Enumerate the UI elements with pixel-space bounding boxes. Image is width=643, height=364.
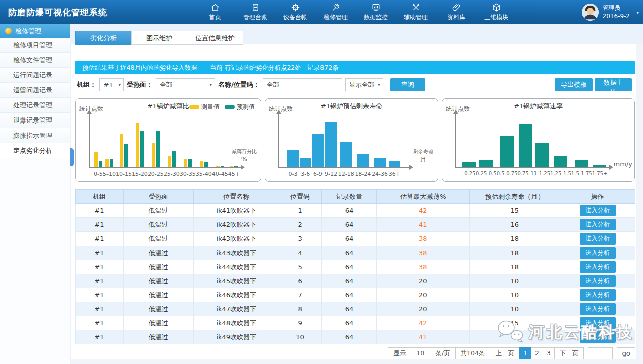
tab-bar: 劣化分析图示维护位置信息维护 [75,31,243,45]
x-axis-unit-top: 减薄百分比 [232,148,257,155]
cell-surface: 低温过 [123,330,193,344]
bars [136,119,144,167]
enter-analysis-button[interactable]: 进入分析 [580,289,616,301]
enter-analysis-button[interactable]: 进入分析 [580,205,616,216]
nav-item-辅助管理[interactable]: 辅助管理 [396,0,436,24]
bar-group: 35-40 [196,119,212,177]
sidebar-item-处理记录管理[interactable]: 处理记录管理 [0,98,70,113]
top-bar: 防磨防爆可视化管理系统 首页管理台账设备台帐检修管理数据监控辅助管理资料库三维模… [0,0,643,24]
chart-plot: 0-55-1010-1515-2020-2525-3030-3535-4040-… [94,119,232,177]
bars [120,119,128,167]
table-header-cell: 记录数量 [322,190,377,204]
cell-action: 进入分析 [560,316,635,330]
enter-analysis-button[interactable]: 进入分析 [580,219,616,230]
x-axis-unit: 减薄百分比% [232,148,257,163]
ledger-icon [251,3,260,12]
nav-item-首页[interactable]: 首页 [195,0,235,24]
page-number-2[interactable]: 2 [531,347,543,359]
enter-analysis-button[interactable]: 进入分析 [580,303,616,315]
cell-action: 进入分析 [560,232,635,246]
bars [479,119,493,167]
legend-label: 测量值 [201,103,220,111]
enter-analysis-button[interactable]: 进入分析 [580,331,616,343]
user-block[interactable]: 管理员 2016-9-2 [582,4,630,21]
chart-legend: 测量值预测值 [189,103,255,111]
pagination: 显示10条/页共104条上一页123下一页go [388,347,635,359]
display-select[interactable]: 显示全部 ▾ [345,78,383,91]
nav-item-检修管理[interactable]: 检修管理 [315,0,356,24]
x-tick-label: 20-25 [148,171,164,177]
x-tick-label: 12-18 [338,171,354,177]
table-header-cell: 估算最大减薄% [377,190,470,204]
table-row: #1低温过ik48吹吹器下9644215进入分析 [76,316,635,330]
bar [124,144,128,167]
bar [340,142,352,167]
sidebar-item-泄爆记录管理[interactable]: 泄爆记录管理 [0,113,70,128]
nav-item-设备台帐[interactable]: 设备台帐 [275,0,315,24]
page-number-3[interactable]: 3 [543,347,555,359]
next-page-button[interactable]: 下一页 [554,347,584,359]
cell-unit: #1 [76,218,124,232]
x-tick-label: 0.25-0.5 [476,171,497,176]
cell-surface: 低温过 [123,302,193,316]
tab-劣化分析[interactable]: 劣化分析 [75,31,132,45]
export-template-button[interactable]: 导出模板 [555,78,593,91]
sidebar-item-定点劣化分析[interactable]: 定点劣化分析 [0,143,70,158]
bars [554,119,567,167]
nav-item-资料库[interactable]: 资料库 [436,0,476,24]
name-code-input[interactable] [263,78,342,91]
cell-thinning: 38 [377,246,470,260]
caret-down-icon: ▾ [378,82,380,87]
cell-life: 18 [470,232,560,246]
x-tick-label: 3-6 [301,171,310,177]
surface-select[interactable]: 全部 ▾ [156,78,215,91]
bar [230,166,233,167]
sidebar-item-检修项目管理[interactable]: 检修项目管理 [0,38,70,53]
bar-group: 0.5-0.75 [497,119,518,176]
bar [156,131,160,167]
cell-unit: #1 [76,330,124,344]
cell-thinning: 20 [377,274,470,288]
nav-item-管理台账[interactable]: 管理台账 [235,0,275,24]
bars [105,119,113,167]
page-number-1[interactable]: 1 [519,347,531,359]
tab-图示维护[interactable]: 图示维护 [131,31,187,45]
nav-item-数据监控[interactable]: 数据监控 [356,0,396,24]
bars [325,119,337,167]
enter-analysis-button[interactable]: 进入分析 [580,275,616,287]
bar [105,159,109,167]
data-upload-button[interactable]: 数据上传 [595,78,632,91]
x-tick-label: 1.5-1.75 [571,171,592,176]
bars [200,119,208,167]
nav-item-三维模块[interactable]: 三维模块 [476,0,516,24]
caret-down-icon[interactable]: ▾ [636,10,639,15]
enter-analysis-button[interactable]: 进入分析 [580,233,616,245]
top-nav: 首页管理台账设备台帐检修管理数据监控辅助管理资料库三维模块 [195,0,516,24]
page-size-value[interactable]: 10 [411,347,430,359]
sidebar-item-膨胀指示管理[interactable]: 膨胀指示管理 [0,128,70,143]
bars [94,119,102,167]
bar-group: 0-5 [94,119,103,177]
x-tick-label: 1.25-1.5 [550,171,571,176]
search-button[interactable]: 查询 [390,78,425,91]
chart-panel-2: #1锅炉减薄速率统计点数-0.250.25-0.50.5-0.750.75-11… [442,98,635,182]
prev-page-button[interactable]: 上一页 [490,347,520,359]
sidebar-active-indicator[interactable] [70,148,74,166]
avatar [582,4,599,21]
sidebar-item-运行问题记录[interactable]: 运行问题记录 [0,68,70,83]
cell-surface: 低温过 [123,218,193,232]
enter-analysis-button[interactable]: 进入分析 [580,317,616,329]
bars [312,119,324,167]
sidebar-item-遗留问题记录[interactable]: 遗留问题记录 [0,83,70,98]
x-tick-label: 0-3 [289,171,298,177]
legend-swatch [225,105,235,109]
enter-analysis-button[interactable]: 进入分析 [580,261,616,273]
unit-select[interactable]: #1 ▾ [99,78,124,91]
x-axis-arrow-icon [241,165,245,170]
table-header-cell: 机组 [76,190,124,204]
page-jump-input[interactable] [588,347,613,359]
sidebar-item-检修文件管理[interactable]: 检修文件管理 [0,53,70,68]
enter-analysis-button[interactable]: 进入分析 [580,247,616,259]
go-button[interactable]: go [617,347,635,359]
tab-位置信息维护[interactable]: 位置信息维护 [187,31,243,45]
